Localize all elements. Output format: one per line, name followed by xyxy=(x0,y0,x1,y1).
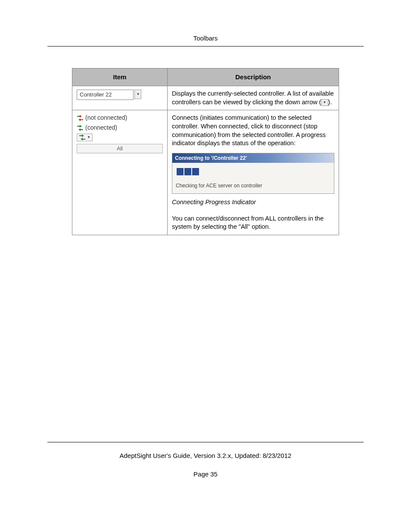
not-connected-label: (not connected) xyxy=(85,114,127,122)
svg-marker-9 xyxy=(82,134,84,137)
page-header-title: Toolbars xyxy=(47,34,364,42)
footer-guide-info: AdeptSight User's Guide, Version 3.2.x, … xyxy=(47,452,364,459)
progress-indicator-dialog: Connecting to '/Controller 22' Checking … xyxy=(172,153,334,194)
connect-icon xyxy=(77,125,84,131)
footer-divider xyxy=(47,442,364,442)
progress-dialog-titlebar: Connecting to '/Controller 22' xyxy=(172,153,334,163)
table-row: Controller 22 ▼ Displays the currently-s… xyxy=(72,86,339,110)
controller-selector[interactable]: Controller 22 xyxy=(77,90,134,100)
description-text: Connects (initiates communication) to th… xyxy=(172,114,334,147)
connect-split-button[interactable]: ▼ xyxy=(77,134,93,141)
connect-icon xyxy=(79,134,86,140)
description-text: Displays the currently-selected controll… xyxy=(172,90,334,106)
svg-marker-7 xyxy=(78,128,81,131)
description-text: ). xyxy=(328,99,332,106)
description-text: You can connect/disconnect from ALL cont… xyxy=(172,215,334,231)
table-row: (not connected) (con xyxy=(72,110,339,235)
svg-marker-5 xyxy=(80,125,82,128)
progress-bar xyxy=(176,167,330,176)
toolbar-reference-table: Item Description Controller 22 ▼ Display… xyxy=(72,68,339,235)
dropdown-arrow-icon: ▼ xyxy=(321,99,328,106)
connected-label: (connected) xyxy=(85,124,117,132)
svg-marker-1 xyxy=(80,115,82,118)
table-header-description: Description xyxy=(168,68,339,86)
header-divider xyxy=(47,46,364,47)
svg-marker-3 xyxy=(78,118,81,121)
chevron-down-icon: ▼ xyxy=(87,135,90,140)
progress-status-text: Checking for ACE server on controller xyxy=(176,182,330,189)
all-option-button[interactable]: All xyxy=(77,144,163,153)
svg-marker-11 xyxy=(81,138,83,140)
page-number: Page 35 xyxy=(47,470,364,478)
figure-caption: Connecting Progress Indicator xyxy=(172,198,334,207)
table-header-item: Item xyxy=(72,68,168,86)
dropdown-arrow-icon[interactable]: ▼ xyxy=(134,90,141,99)
disconnect-icon xyxy=(77,115,84,121)
